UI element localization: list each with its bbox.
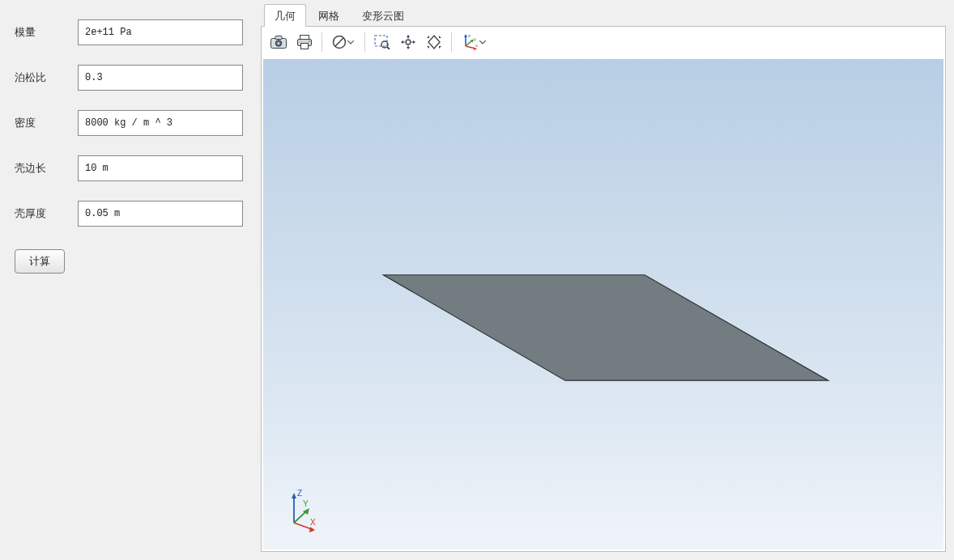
label-thickness: 壳厚度 [15,206,78,221]
print-icon [296,35,313,49]
fit-button[interactable] [422,30,446,54]
no-entry-icon [332,35,347,49]
svg-rect-6 [301,44,309,49]
pan-icon [400,34,416,50]
pan-button[interactable] [396,30,420,54]
orientation-triad: Z Y X [278,486,326,535]
triad-y-label: Y [303,499,309,508]
label-poisson: 泊松比 [15,70,78,85]
input-thickness[interactable] [78,201,243,227]
form-panel: 模量 泊松比 密度 壳边长 壳厚度 计算 [0,0,258,560]
content-panel: 几何 网格 变形云图 [258,0,954,560]
toolbar-separator-3 [451,32,452,52]
svg-point-7 [309,40,310,42]
input-edge-length[interactable] [78,155,243,181]
svg-rect-4 [300,36,309,40]
snapshot-icon [270,36,287,49]
input-modulus[interactable] [78,19,243,45]
triad-x-label: X [310,518,316,527]
svg-line-12 [387,47,390,49]
tab-geometry[interactable]: 几何 [264,4,306,27]
print-button[interactable] [292,30,317,54]
svg-marker-24 [383,275,828,380]
svg-rect-13 [407,40,411,45]
svg-text:z: z [468,34,471,38]
toolbar-separator-2 [364,32,365,52]
chevron-down-icon [479,40,487,45]
fit-icon [426,34,442,50]
triad-z-label: Z [297,489,302,498]
svg-line-27 [294,523,312,529]
svg-point-3 [277,42,279,45]
tab-deformation[interactable]: 变形云图 [351,4,415,27]
viewport-3d[interactable]: Z Y X [263,59,943,549]
no-entry-button[interactable] [327,30,360,54]
row-density: 密度 [15,110,243,136]
zoom-box-icon [374,35,390,49]
tab-mesh[interactable]: 网格 [308,4,350,27]
label-density: 密度 [15,116,78,130]
svg-line-9 [335,38,343,46]
input-poisson[interactable] [78,65,243,91]
svg-rect-1 [275,36,282,40]
app-root: 模量 泊松比 密度 壳边长 壳厚度 计算 几何 网格 变形云图 [0,0,954,560]
row-thickness: 壳厚度 [15,201,243,227]
axes-button[interactable]: z y x [457,30,491,54]
row-edge-length: 壳边长 [15,155,243,181]
row-poisson: 泊松比 [15,65,243,91]
snapshot-button[interactable] [266,30,291,54]
tab-strip: 几何 网格 变形云图 [261,3,946,26]
zoom-box-button[interactable] [370,30,394,54]
label-modulus: 模量 [15,25,78,40]
chevron-down-icon [347,40,355,45]
input-density[interactable] [78,110,243,136]
axes-icon: z y x [461,34,479,50]
svg-line-19 [466,46,475,49]
viewer-toolbar: z y x [262,27,945,57]
compute-button[interactable]: 计算 [15,249,65,274]
svg-text:y: y [474,36,476,41]
row-modulus: 模量 [15,19,243,45]
label-edge-length: 壳边长 [15,161,78,176]
svg-text:x: x [475,43,478,48]
geometry-plate [263,59,943,549]
toolbar-separator-1 [322,32,322,52]
viewer-frame: z y x [261,26,946,552]
